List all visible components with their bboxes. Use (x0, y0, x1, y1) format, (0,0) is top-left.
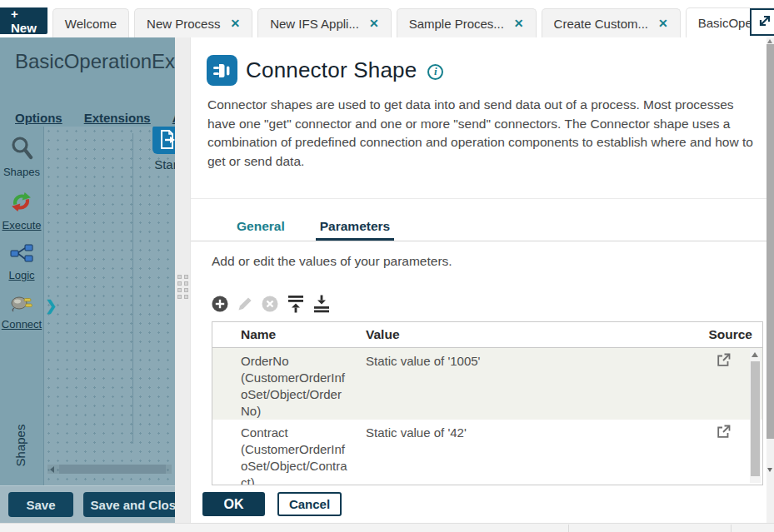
process-title: BasicOperationExa (0, 37, 175, 73)
status-bar-divider (731, 525, 732, 532)
panel-resize-gutter[interactable] (175, 37, 191, 523)
parameter-value-cell: Static value of '1005' (366, 353, 679, 420)
logic-branch-icon (10, 244, 33, 266)
canvas-page-divider (132, 133, 133, 444)
execute-arrows-icon (10, 191, 32, 216)
dialog-description: Connector shapes are used to get data in… (207, 96, 757, 171)
menu-extensions-link[interactable]: Extensions (84, 111, 151, 125)
parameter-value-cell: Static value of '42' (366, 425, 679, 485)
parameter-name-cell: OrderNo (CustomerOrderInf oSet/Object/Or… (241, 353, 366, 420)
scroll-down-arrow-icon[interactable] (767, 468, 772, 472)
dialog-tab-strip: General Parameters (191, 214, 767, 241)
shapes-panel-vertical-tab[interactable]: Shapes (13, 425, 27, 467)
sidebar-item-execute[interactable]: Execute (2, 191, 42, 231)
sidebar-item-shapes[interactable]: Shapes (3, 136, 40, 178)
divider (191, 198, 767, 199)
info-icon[interactable]: i (427, 64, 443, 80)
external-link-icon[interactable] (717, 425, 731, 485)
table-row[interactable]: Contract (CustomerOrderInf oSet/Object/C… (212, 420, 762, 485)
scroll-left-arrow-icon[interactable] (50, 466, 54, 473)
tab-new-process[interactable]: New Process ✕ (134, 8, 252, 37)
dialog-title: Connector Shape (246, 57, 417, 83)
table-vertical-scrollbar[interactable] (750, 349, 761, 483)
scroll-up-arrow-icon[interactable] (767, 39, 772, 43)
sidebar-item-label: Shapes (3, 166, 40, 178)
table-header-row: Name Value Source (212, 322, 762, 348)
page-vertical-scrollbar[interactable] (767, 37, 774, 523)
export-icon[interactable] (313, 295, 330, 313)
search-icon (11, 136, 33, 163)
parameters-toolbar (212, 294, 330, 314)
connector-plug-icon (207, 55, 237, 86)
ok-button[interactable]: OK (202, 492, 265, 516)
sidebar-item-label: Execute (2, 219, 42, 231)
table-scroll-thumb[interactable] (751, 361, 760, 476)
horizontal-scroll-thumb[interactable] (59, 465, 166, 474)
menu-options-link[interactable]: Options (15, 111, 62, 125)
column-header-source[interactable]: Source (679, 327, 762, 342)
sidebar-item-logic[interactable]: Logic (8, 244, 34, 281)
plug-connect-icon (11, 294, 32, 316)
column-header-name[interactable]: Name (241, 327, 366, 342)
start-node-label: Start (143, 157, 175, 172)
table-row[interactable]: OrderNo (CustomerOrderInf oSet/Object/Or… (212, 348, 762, 420)
dialog-header: Connector Shape i (207, 55, 443, 86)
tab-label: New Process (147, 17, 220, 31)
status-bar (0, 523, 774, 532)
tab-general[interactable]: General (232, 214, 289, 241)
tab-parameters[interactable]: Parameters (316, 214, 394, 241)
close-icon[interactable]: ✕ (230, 17, 240, 30)
drag-handle-icon[interactable] (177, 275, 188, 299)
save-button[interactable]: Save (8, 492, 73, 517)
save-and-close-button[interactable]: Save and Close (83, 492, 175, 517)
cancel-button[interactable]: Cancel (277, 492, 342, 516)
external-link-icon[interactable] (717, 353, 731, 420)
tab-welcome[interactable]: Welcome (52, 8, 129, 37)
delete-icon[interactable] (262, 296, 278, 312)
page-scroll-thumb[interactable] (767, 44, 774, 439)
screen: + New Welcome New Process ✕ New IFS Appl… (0, 0, 774, 532)
tab-new-ifs-appli[interactable]: New IFS Appli... ✕ (257, 8, 391, 37)
column-header-value[interactable]: Value (366, 327, 679, 342)
expand-window-button[interactable] (750, 8, 774, 36)
canvas-horizontal-scrollbar[interactable] (47, 465, 172, 474)
close-icon[interactable]: ✕ (369, 17, 379, 30)
parameters-hint-text: Add or edit the values of your parameter… (212, 254, 452, 269)
tab-create-custom[interactable]: Create Custom... ✕ (542, 8, 681, 37)
sidebar-item-connect[interactable]: Connect (2, 294, 42, 331)
tab-label: Sample Proces... (409, 17, 504, 31)
process-designer-panel: BasicOperationExa Options Extensions Ad … (0, 37, 175, 523)
start-node[interactable]: Start (143, 127, 175, 172)
connector-shape-dialog: Connector Shape i Connector shapes are u… (191, 37, 767, 523)
tab-label: New IFS Appli... (270, 17, 359, 31)
import-icon[interactable] (287, 295, 304, 313)
sidebar-item-label: Connect (2, 318, 42, 331)
expand-diagonal-icon (757, 13, 772, 32)
tab-bar: + New Welcome New Process ✕ New IFS Appl… (0, 0, 774, 37)
new-tab-button[interactable]: + New (0, 7, 47, 34)
parameter-name-cell: Contract (CustomerOrderInf oSet/Object/C… (241, 425, 366, 485)
tab-sample-process[interactable]: Sample Proces... ✕ (397, 8, 537, 37)
scroll-up-arrow-icon[interactable] (752, 352, 758, 357)
chevron-right-icon[interactable]: ❯ (45, 297, 57, 315)
add-icon[interactable] (212, 296, 228, 312)
parameters-table: Name Value Source OrderNo (CustomerOrder… (212, 321, 763, 485)
status-bar-divider (568, 525, 569, 532)
edit-pencil-icon[interactable] (237, 296, 252, 311)
tab-label: Welcome (65, 17, 117, 31)
start-node-icon (152, 127, 176, 154)
process-menu: Options Extensions Ad (15, 111, 175, 125)
close-icon[interactable]: ✕ (514, 17, 524, 30)
tab-label: Create Custom... (554, 17, 648, 31)
close-icon[interactable]: ✕ (658, 17, 668, 30)
sidebar-item-label: Logic (8, 269, 34, 281)
process-canvas[interactable]: Start ❯ (44, 127, 175, 485)
designer-footer: Save Save and Close (0, 485, 175, 523)
